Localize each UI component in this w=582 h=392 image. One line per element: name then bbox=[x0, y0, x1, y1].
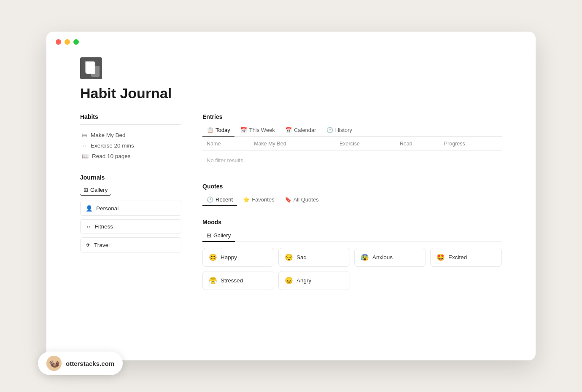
tab-recent[interactable]: 🕐 Recent bbox=[202, 194, 237, 206]
moods-title: Moods bbox=[202, 219, 502, 226]
col-exercise: Exercise bbox=[335, 137, 396, 150]
favorites-icon: ⭐ bbox=[243, 196, 250, 203]
habit-label-exercise: Exercise 20 mins bbox=[91, 142, 134, 149]
page-icon bbox=[80, 57, 102, 79]
angry-emoji: 😠 bbox=[285, 277, 293, 285]
table-header-row: Name Make My Bed Exercise Read Progress bbox=[202, 137, 502, 150]
gallery-icon: ⊞ bbox=[84, 187, 88, 193]
habit-label-read: Read 10 pages bbox=[92, 153, 131, 159]
today-label: Today bbox=[216, 127, 230, 133]
quotes-tabs: 🕐 Recent ⭐ Favorites 🔖 All Quotes bbox=[202, 194, 502, 206]
quotes-title: Quotes bbox=[202, 183, 502, 190]
main-content: Entries 📋 Today 📅 This Week 📅 Calenda bbox=[202, 113, 502, 290]
mood-stressed[interactable]: 😤 Stressed bbox=[202, 271, 274, 290]
fitness-icon: ↔ bbox=[86, 223, 92, 230]
entries-title: Entries bbox=[202, 113, 502, 120]
col-read: Read bbox=[396, 137, 440, 150]
habits-section: Habits 🛏 Make My Bed ↔ Exercise 20 mins … bbox=[80, 113, 181, 161]
svg-rect-2 bbox=[87, 63, 94, 73]
calendar-icon: 📅 bbox=[285, 127, 292, 133]
moods-tabs: ⊞ Gallery bbox=[202, 230, 502, 242]
minimize-button[interactable] bbox=[65, 39, 70, 45]
excited-label: Excited bbox=[448, 254, 467, 260]
sad-label: Sad bbox=[296, 254, 307, 260]
tab-gallery[interactable]: ⊞ Gallery bbox=[80, 185, 111, 196]
habit-item-read: 📖 Read 10 pages bbox=[80, 151, 181, 161]
recent-label: Recent bbox=[216, 196, 233, 203]
mood-sad[interactable]: 😔 Sad bbox=[278, 248, 350, 267]
col-name: Name bbox=[202, 137, 250, 150]
tab-calendar[interactable]: 📅 Calendar bbox=[281, 124, 321, 137]
read-icon: 📖 bbox=[82, 153, 89, 159]
sidebar: Habits 🛏 Make My Bed ↔ Exercise 20 mins … bbox=[80, 113, 181, 290]
this-week-icon: 📅 bbox=[240, 127, 247, 133]
entries-tabs: 📋 Today 📅 This Week 📅 Calendar 🕐 bbox=[202, 124, 502, 137]
mood-anxious[interactable]: 😰 Anxious bbox=[354, 248, 426, 267]
happy-emoji: 😊 bbox=[209, 253, 217, 261]
page-content: Habit Journal Habits 🛏 Make My Bed ↔ Exe… bbox=[46, 49, 536, 307]
stressed-label: Stressed bbox=[221, 277, 243, 284]
calendar-label: Calendar bbox=[294, 127, 316, 133]
history-label: History bbox=[335, 127, 352, 133]
quotes-section: Quotes 🕐 Recent ⭐ Favorites 🔖 All Quot bbox=[202, 183, 502, 206]
journal-travel[interactable]: ✈ Travel bbox=[80, 237, 181, 252]
bed-icon: 🛏 bbox=[82, 132, 87, 138]
habit-label-bed: Make My Bed bbox=[91, 132, 126, 138]
habit-item-bed: 🛏 Make My Bed bbox=[80, 130, 181, 140]
main-layout: Habits 🛏 Make My Bed ↔ Exercise 20 mins … bbox=[80, 113, 502, 290]
tab-moods-gallery[interactable]: ⊞ Gallery bbox=[202, 230, 235, 242]
recent-icon: 🕐 bbox=[207, 196, 213, 203]
mood-excited[interactable]: 🤩 Excited bbox=[430, 248, 502, 267]
journal-personal[interactable]: 👤 Personal bbox=[80, 201, 181, 216]
moods-section: Moods ⊞ Gallery 😊 Happy 😔 bbox=[202, 219, 502, 290]
history-icon: 🕐 bbox=[326, 127, 333, 133]
excited-emoji: 🤩 bbox=[436, 253, 445, 261]
gallery-label: Gallery bbox=[90, 187, 108, 193]
titlebar bbox=[46, 32, 536, 49]
tab-favorites[interactable]: ⭐ Favorites bbox=[239, 194, 278, 206]
page-title: Habit Journal bbox=[80, 85, 502, 102]
exercise-icon: ↔ bbox=[82, 142, 87, 149]
moods-gallery-label: Gallery bbox=[213, 232, 231, 239]
tab-this-week[interactable]: 📅 This Week bbox=[236, 124, 279, 137]
stressed-emoji: 😤 bbox=[209, 277, 217, 285]
all-quotes-icon: 🔖 bbox=[285, 196, 291, 203]
favorites-label: Favorites bbox=[252, 196, 274, 203]
mood-angry[interactable]: 😠 Angry bbox=[278, 271, 350, 290]
all-quotes-label: All Quotes bbox=[294, 196, 319, 203]
angry-label: Angry bbox=[296, 277, 311, 284]
happy-label: Happy bbox=[221, 254, 237, 260]
personal-icon: 👤 bbox=[86, 205, 93, 212]
this-week-label: This Week bbox=[249, 127, 275, 133]
app-window: Habit Journal Habits 🛏 Make My Bed ↔ Exe… bbox=[46, 32, 536, 360]
personal-label: Personal bbox=[96, 205, 119, 212]
watermark: 🦦 otterstacks.com bbox=[38, 352, 123, 375]
no-results-label: No filter results. bbox=[202, 150, 502, 170]
journals-section: Journals ⊞ Gallery 👤 Personal ↔ Fitness bbox=[80, 174, 181, 252]
col-progress: Progress bbox=[440, 137, 502, 150]
tab-all-quotes[interactable]: 🔖 All Quotes bbox=[280, 194, 323, 206]
today-icon: 📋 bbox=[207, 127, 213, 133]
sad-emoji: 😔 bbox=[285, 253, 293, 261]
close-button[interactable] bbox=[56, 39, 61, 45]
travel-icon: ✈ bbox=[86, 242, 91, 248]
anxious-label: Anxious bbox=[372, 254, 393, 260]
mood-grid: 😊 Happy 😔 Sad 😰 Anxious 🤩 bbox=[202, 248, 502, 290]
habits-title: Habits bbox=[80, 113, 181, 120]
watermark-avatar: 🦦 bbox=[46, 356, 62, 371]
watermark-url: otterstacks.com bbox=[66, 360, 114, 367]
moods-gallery-icon: ⊞ bbox=[207, 232, 211, 239]
col-make-my-bed: Make My Bed bbox=[250, 137, 335, 150]
journal-fitness[interactable]: ↔ Fitness bbox=[80, 219, 181, 234]
habit-item-exercise: ↔ Exercise 20 mins bbox=[80, 140, 181, 151]
fitness-label: Fitness bbox=[95, 223, 113, 230]
tab-today[interactable]: 📋 Today bbox=[202, 124, 234, 137]
journals-title: Journals bbox=[80, 174, 181, 181]
habits-divider bbox=[80, 124, 181, 125]
maximize-button[interactable] bbox=[73, 39, 79, 45]
mood-happy[interactable]: 😊 Happy bbox=[202, 248, 274, 267]
tab-history[interactable]: 🕐 History bbox=[322, 124, 356, 137]
journals-tab-row: ⊞ Gallery bbox=[80, 185, 181, 196]
travel-label: Travel bbox=[94, 242, 110, 248]
entries-section: Entries 📋 Today 📅 This Week 📅 Calenda bbox=[202, 113, 502, 170]
